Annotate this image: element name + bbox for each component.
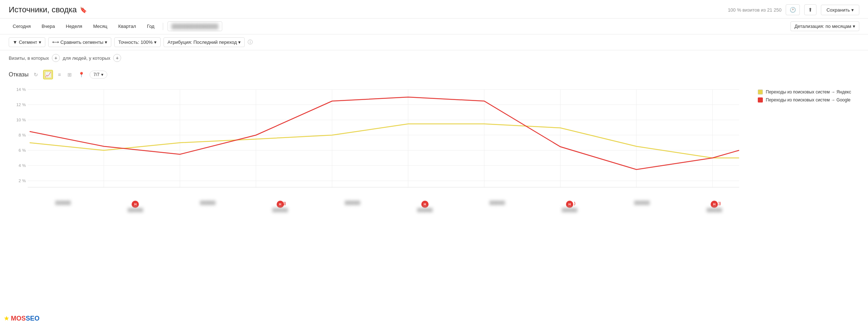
month-label-5: ██████ — [345, 201, 360, 205]
mosseo-logo: ★ MOSSEO — [4, 314, 40, 322]
month-marker-7: ██████ — [461, 201, 534, 212]
geo-button[interactable]: 📍 — [77, 70, 86, 79]
month-marker-1: ██████ — [27, 201, 99, 212]
segment-label: Сегмент — [19, 39, 37, 45]
page-header: Источники, сводка 🔖 100 % визитов из 21 … — [0, 0, 868, 18]
month-marker-2: Н ██████ — [99, 201, 172, 212]
month-label-3: ██████ — [200, 201, 216, 205]
info-icon[interactable]: ⓘ — [248, 39, 253, 46]
header-right: 100 % визитов из 21 250 🕐 ⬆ Сохранить ▾ — [728, 4, 859, 15]
logo-star: ★ — [4, 314, 9, 322]
period-week[interactable]: Неделя — [62, 21, 86, 31]
month-badge-4: Н)) — [277, 201, 284, 208]
period-month[interactable]: Месяц — [89, 21, 111, 31]
clock-button[interactable]: 🕐 — [786, 4, 800, 15]
svg-text:10 %: 10 % — [16, 118, 26, 122]
chevron-down-icon: ▾ — [853, 24, 855, 29]
month-marker-3: ██████ — [171, 201, 244, 212]
bookmark-icon[interactable]: 🔖 — [80, 7, 87, 13]
compare-icon: ⟷ — [52, 39, 59, 45]
filter-toolbar: ▼ Сегмент ▾ ⟷ Сравнить сегменты ▾ Точнос… — [0, 34, 868, 50]
attribution-label: Атрибуция: Последний переход — [168, 39, 237, 45]
segment-button[interactable]: ▼ Сегмент ▾ — [9, 37, 45, 47]
month-badge-2: Н — [132, 201, 139, 208]
svg-text:14 %: 14 % — [16, 87, 26, 92]
month-label-2: ██████ — [128, 208, 143, 212]
add-visit-filter-button[interactable]: + — [52, 54, 60, 62]
svg-text:12 %: 12 % — [16, 103, 26, 107]
line-chart-button[interactable]: 📈 — [43, 70, 53, 79]
period-yesterday[interactable]: Вчера — [38, 21, 59, 31]
period-year[interactable]: Год — [143, 21, 158, 31]
compare-button[interactable]: ⟷ Сравнить сегменты ▾ — [48, 37, 112, 47]
legend-label-google: Переходы из поисковых систем → Google — [766, 97, 851, 103]
chart-container: 14 % 12 % 10 % 8 % 6 % 4 % 2 % — [9, 82, 859, 198]
counter-label: 7/7 — [94, 72, 100, 77]
chevron-down-icon: ▾ — [238, 39, 241, 45]
month-label-4: ██████ — [272, 208, 288, 212]
chart-area: 14 % 12 % 10 % 8 % 6 % 4 % 2 % — [9, 82, 751, 198]
export-button[interactable]: ⬆ — [804, 4, 817, 15]
month-marker-5: ██████ — [316, 201, 389, 212]
chevron-down-icon: ▾ — [101, 72, 103, 77]
refresh-button[interactable]: ↻ — [32, 70, 40, 79]
legend-item-google: Переходы из поисковых систем → Google — [758, 97, 859, 103]
legend-color-yandex — [758, 89, 763, 95]
date-range-button[interactable]: ██████████████ — [168, 21, 222, 31]
visits-info: 100 % визитов из 21 250 — [728, 7, 781, 13]
accuracy-button[interactable]: Точность: 100% ▾ — [114, 37, 161, 47]
svg-text:6 %: 6 % — [18, 148, 26, 152]
legend-label-yandex: Переходы из поисковых систем → Яндекс — [766, 89, 851, 95]
save-button[interactable]: Сохранить ▾ — [821, 5, 859, 15]
chevron-down-icon: ▾ — [39, 39, 41, 45]
month-label-1: ██████ — [55, 201, 71, 205]
save-label: Сохранить — [826, 7, 850, 13]
month-marker-10: Н)) ██████ — [678, 201, 751, 212]
toolbar-divider — [163, 23, 163, 30]
filter-icon: ▼ — [13, 39, 17, 45]
table-button[interactable]: ⊞ — [66, 70, 73, 79]
chart-svg: 14 % 12 % 10 % 8 % 6 % 4 % 2 % — [9, 82, 751, 198]
month-badge-10: Н)) — [711, 201, 718, 208]
month-marker-9: ██████ — [606, 201, 678, 212]
page-title: Источники, сводка — [9, 5, 77, 14]
filter-row: Визиты, в которых + для людей, у которых… — [0, 50, 868, 66]
chart-header: Отказы ↻ 📈 ≡ ⊞ 📍 7/7 ▾ — [9, 70, 859, 79]
attribution-button[interactable]: Атрибуция: Последний переход ▾ — [164, 37, 245, 47]
accuracy-label: Точность: 100% — [118, 39, 153, 45]
legend-item-yandex: Переходы из поисковых систем → Яндекс — [758, 89, 859, 95]
legend-color-google — [758, 97, 763, 103]
logo-mos: MOS — [11, 315, 26, 322]
period-toolbar: Сегодня Вчера Неделя Месяц Квартал Год █… — [0, 18, 868, 34]
add-people-filter-button[interactable]: + — [113, 54, 121, 62]
chart-title: Отказы — [9, 71, 29, 78]
month-marker-4: Н)) ██████ — [244, 201, 317, 212]
month-label-9: ██████ — [634, 201, 650, 205]
period-today[interactable]: Сегодня — [9, 21, 35, 31]
people-filter-label: для людей, у которых — [63, 55, 110, 61]
month-label-8: ██████ — [562, 208, 578, 212]
month-badge-6: Н — [421, 201, 429, 208]
month-label-7: ██████ — [489, 201, 505, 205]
svg-text:8 %: 8 % — [18, 133, 26, 137]
detail-label: Детализация: по месяцам — [794, 24, 851, 29]
logo-text: MOSSEO — [11, 315, 40, 322]
logo-seo: SEO — [26, 315, 40, 322]
detail-button[interactable]: Детализация: по месяцам ▾ — [790, 21, 859, 31]
chevron-down-icon: ▾ — [851, 7, 854, 13]
bar-chart-button[interactable]: ≡ — [57, 70, 62, 79]
period-quarter[interactable]: Квартал — [114, 21, 140, 31]
month-marker-8: Н) ██████ — [533, 201, 606, 212]
date-range-value: ██████████████ — [171, 24, 218, 29]
month-label-10: ██████ — [707, 208, 722, 212]
month-badge-8: Н) — [566, 201, 573, 208]
month-marker-6: Н ██████ — [389, 201, 461, 212]
chevron-down-icon: ▾ — [154, 39, 157, 45]
compare-label: Сравнить сегменты — [61, 39, 104, 45]
svg-text:4 %: 4 % — [18, 163, 26, 168]
chevron-down-icon: ▾ — [105, 39, 107, 45]
filter-label: Визиты, в которых — [9, 55, 49, 61]
chart-legend: Переходы из поисковых систем → Яндекс Пе… — [751, 82, 859, 198]
counter-button[interactable]: 7/7 ▾ — [90, 71, 107, 79]
month-markers-row: ██████ Н ██████ ██████ Н)) ██████ ██████ — [9, 199, 751, 212]
